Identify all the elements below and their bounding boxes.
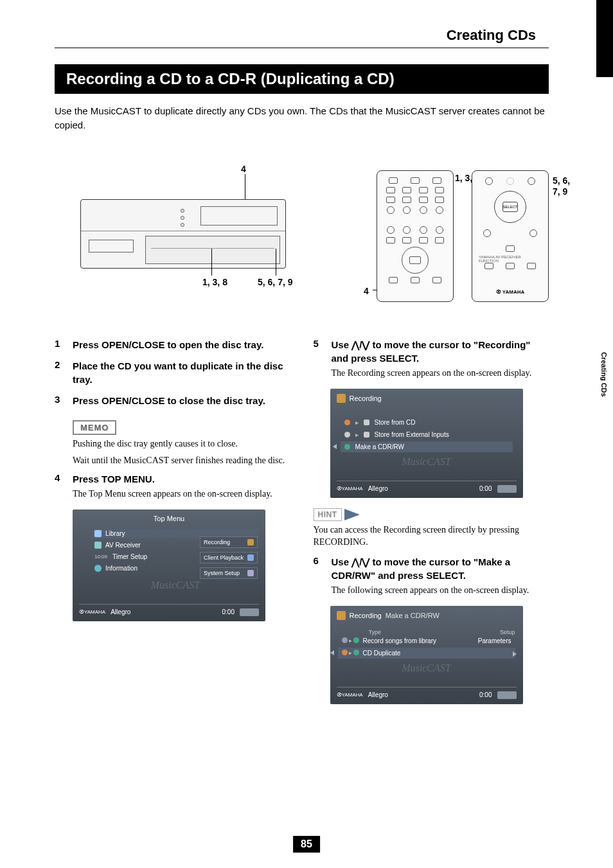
right-column: 5 Use ⋀/⋁ to move the cursor to "Recordi… [314,338,549,707]
device-screen [200,206,278,226]
ss-track: Allegro [368,691,388,698]
header-black-tab [596,0,613,77]
callout-138: 1, 3, 8 [202,277,227,287]
screenshot-recording: Recording ▸Store from CD ▸Store from Ext… [330,389,523,498]
device-knobs [181,209,184,227]
callout-4-line [245,174,245,200]
step-text: Press TOP MENU. [73,472,290,486]
step-2: 2 Place the CD you want to duplicate in … [55,359,290,386]
hint-arrow-icon [344,509,360,520]
ss-item: Library [105,530,125,537]
step-4: 4 Press TOP MENU. The Top Menu screen ap… [55,472,290,500]
ss-row-setup: Parameters [478,637,511,644]
step-num: 5 [314,338,332,380]
ss-item: Recording [204,539,230,545]
section-title: Recording a CD to a CD-R (Duplicating a … [66,70,395,87]
remote-callout-5679: 5, 6, 7, 9 [553,175,578,197]
ss-item: Timer Setup [112,553,147,560]
recording-icon [337,394,346,403]
hint-badge-wrap: HINT [314,508,549,521]
hint-text: You can access the Recording screen dire… [314,524,549,549]
step-num: 2 [55,359,73,386]
callout-5679: 5, 6, 7, 9 [258,277,292,287]
ss-row: Record songs from library [363,637,436,644]
ss-item: System Setup [204,570,240,576]
ss-item: Make a CDR/RW [355,443,405,450]
remote-select-ring: SELECT [494,191,526,223]
step-num: 1 [55,338,73,351]
ss-col-type: Type [369,629,382,635]
section-title-bar: Recording a CD to a CD-R (Duplicating a … [55,64,549,94]
ss-watermark: MusicCAST [341,454,513,477]
ss-logo: YAMAHA [84,609,105,615]
ss-time: 0:00 [479,691,492,698]
step-caption: The Recording screen appears on the on-s… [332,368,549,380]
device-panel [145,236,280,264]
remote-large: SELECT YAMAHA AV RECEIVER FUNCTION ⦿ YAM… [472,170,549,302]
ss-item: Client Playback [204,554,244,561]
step-text: Use ⋀/⋁ to move the cursor to "Recording… [332,338,549,365]
remote-logo: ⦿ YAMAHA [496,289,524,295]
callout-4: 4 [241,164,246,174]
ss-timer-time: 10:09 [94,554,109,560]
side-tab-label: Creating CDs [600,352,608,397]
ss-item: Information [105,565,138,572]
ss-track: Allegro [368,485,388,492]
step-text: Place the CD you want to duplicate in th… [73,359,290,386]
remote-small [377,170,454,302]
step-1: 1 Press OPEN/CLOSE to open the disc tray… [55,338,290,351]
step-num: 3 [55,394,73,407]
recording-icon [337,611,346,620]
device-illustration [80,199,286,269]
step-num: 6 [314,555,332,597]
hint-badge: HINT [314,508,342,521]
header-divider [55,48,549,48]
up-down-icon: ⋀/⋁ [351,338,369,351]
ss-logo: YAMAHA [342,692,363,698]
callout-5679-line [276,249,276,276]
step-text: Press OPEN/CLOSE to close the disc tray. [73,394,290,407]
page-number: 85 [293,836,320,853]
ss-title: Top Menu [154,515,184,522]
remote-callout-4: 4 [364,286,369,296]
ss-watermark: MusicCAST [92,577,259,600]
ss-title: Recording [350,394,382,402]
device-diagram: 4 1, 3, 8 5, 6, 7, 9 [55,164,299,296]
screenshot-make-cdr: Recording Make a CDR/RW Type Setup ▸ Rec… [330,606,523,704]
ss-time: 0:00 [479,485,492,492]
ss-breadcrumb-a: Recording [350,612,382,619]
step-6: 6 Use ⋀/⋁ to move the cursor to "Make a … [314,555,549,597]
step-text: Use ⋀/⋁ to move the cursor to "Make a CD… [332,555,549,582]
step-text: Press OPEN/CLOSE to open the disc tray. [73,338,290,351]
step-caption: The following screen appears on the on-s… [332,585,549,597]
step-num: 4 [55,472,73,500]
step-5: 5 Use ⋀/⋁ to move the cursor to "Recordi… [314,338,549,380]
diagram-row: 4 1, 3, 8 5, 6, 7, 9 1, 3, 8 4 5, 6, 7, … [55,164,549,302]
memo-text-1: Pushing the disc tray gently causes it t… [73,439,290,449]
ss-breadcrumb-b: Make a CDR/RW [386,612,440,619]
memo-badge: MEMO [73,420,116,435]
step-3: 3 Press OPEN/CLOSE to close the disc tra… [55,394,290,407]
ss-item: Store from External Inputs [375,431,449,438]
ss-row: CD Duplicate [363,650,401,657]
ss-watermark: MusicCAST [338,660,515,683]
ss-col-setup: Setup [500,629,515,635]
ss-item: AV Receiver [105,542,141,549]
ss-time: 0:00 [222,608,235,616]
memo-text-2: Wait until the MusicCAST server finishes… [73,456,290,466]
left-column: 1 Press OPEN/CLOSE to open the disc tray… [55,338,290,707]
device-tray [89,240,134,252]
ss-track: Allegro [111,608,130,616]
ss-logo: YAMAHA [342,486,363,492]
header-title: Creating CDs [447,27,536,44]
ss-item: Store from CD [375,419,416,426]
remote-diagram: 1, 3, 8 4 5, 6, 7, 9 SELECT [377,164,549,302]
up-down-icon: ⋀/⋁ [351,555,369,569]
callout-138-line [211,249,212,276]
remote-select-label: SELECT [502,202,518,212]
screenshot-top-menu: Top Menu Library AV Receiver 10:09Timer … [73,509,265,621]
step-caption: The Top Menu screen appears on the on-sc… [73,488,290,500]
intro-text: Use the MusicCAST to duplicate directly … [55,104,549,132]
